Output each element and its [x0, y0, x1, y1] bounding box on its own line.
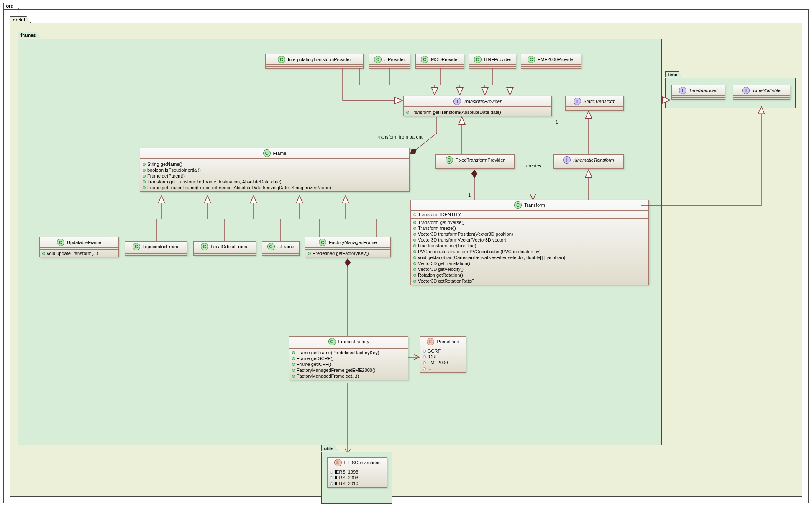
method: Vector3D getTranslation(): [418, 261, 470, 266]
method: Transform freeze(): [418, 226, 456, 231]
interface-time-shiftable: ITimeShiftable: [733, 85, 790, 100]
class-name: FramesFactory: [338, 339, 369, 344]
package-frames-tab: frames: [18, 32, 41, 38]
method: Line transformLine(Line line): [418, 243, 476, 248]
method: PVCoordinates transformPVCoordinates(PVC…: [418, 249, 540, 254]
class-name: MODProvider: [431, 57, 459, 62]
class-icon: C: [133, 243, 140, 250]
class-name: LocalOrbitalFrame: [211, 244, 248, 249]
class-frame: CFrame String getName() boolean isPseudo…: [140, 148, 410, 192]
enum-value: IERS_1996: [335, 469, 358, 474]
class-icon: C: [319, 239, 326, 246]
class-factory-managed-frame: CFactoryManagedFrame Predefined getFacto…: [305, 237, 391, 257]
method: Vector3D transformPosition(Vector3D posi…: [418, 232, 513, 237]
enum-value: ...: [428, 366, 431, 371]
label-creates: creates: [526, 163, 541, 168]
package-utils-tab: utils: [321, 445, 339, 451]
method: Vector3D getRotationRate(): [418, 278, 474, 283]
class-ellipsis-provider: C...Provider: [369, 54, 410, 69]
enum-iers-conventions: EIERSConventions IERS_1996 IERS_2003 IER…: [327, 457, 387, 488]
enum-predefined: EPredefined GCRF ICRF EME2000 ...: [420, 336, 466, 373]
method: FactoryManagedFrame getEME2000(): [297, 368, 375, 373]
class-updatable-frame: CUpdatableFrame void updateTransform(...…: [39, 237, 119, 257]
method: boolean isPseudoInertial(): [147, 167, 201, 172]
class-interpolating-transform-provider: CInterpolatingTransformProvider: [265, 54, 364, 69]
label-multiplicity-1: 1: [556, 119, 558, 124]
package-utils: utils EIERSConventions IERS_1996 IERS_20…: [321, 452, 392, 504]
label-multiplicity-1: 1: [468, 193, 471, 198]
field: Transform IDENTITY: [418, 212, 461, 217]
method: Transform getTransformTo(Frame destinati…: [147, 179, 282, 184]
method: void updateTransform(...): [47, 251, 98, 256]
class-name: Transform: [524, 203, 545, 208]
class-icon: C: [474, 56, 482, 63]
class-local-orbital-frame: CLocalOrbitalFrame: [193, 241, 256, 256]
method: Vector3D getVelocity(): [418, 267, 464, 272]
class-name: ...Provider: [384, 57, 405, 62]
class-name: UpdatableFrame: [67, 240, 101, 245]
class-name: FactoryManagedFrame: [329, 240, 377, 245]
package-time-tab: time: [665, 71, 683, 77]
interface-kinematic-transform: IKinematicTransform: [553, 154, 624, 169]
class-name: ITRFProvider: [484, 57, 511, 62]
class-icon: C: [57, 239, 64, 246]
method: Vector3D transformVector(Vector3D vector…: [418, 237, 507, 242]
method: FactoryManagedFrame get...(): [297, 373, 359, 378]
interface-name: KinematicTransform: [573, 157, 614, 162]
method: Rotation getRotation(): [418, 273, 463, 278]
class-icon: C: [201, 243, 208, 250]
class-topocentric-frame: CTopocentricFrame: [125, 241, 187, 256]
class-mod-provider: CMODProvider: [415, 54, 464, 69]
method: Transform getTransform(AbsoluteDate date…: [411, 110, 501, 115]
enum-icon: E: [334, 459, 342, 466]
label-transform-from-parent: transform from parent: [378, 134, 423, 139]
interface-name: TimeShiftable: [752, 88, 780, 93]
class-name: EME2000Provider: [538, 57, 575, 62]
class-icon: C: [446, 156, 453, 164]
method: Frame getParent(): [147, 173, 185, 178]
enum-value: IERS_2003: [335, 475, 358, 480]
interface-icon: I: [453, 98, 461, 105]
package-frames: frames CInterpolatingTransformProvider C…: [18, 39, 662, 445]
class-icon: C: [263, 149, 271, 157]
interface-name: TimeStamped: [689, 88, 717, 93]
enum-value: EME2000: [428, 360, 448, 365]
method: void getJacobian(CartesianDerivativesFil…: [418, 255, 565, 260]
class-icon: C: [278, 56, 285, 63]
enum-icon: E: [427, 338, 434, 345]
package-time: time ITimeStamped ITimeShiftable: [665, 78, 796, 108]
class-name: InterpolatingTransformProvider: [288, 57, 351, 62]
class-icon: C: [374, 56, 382, 63]
enum-value: ICRF: [428, 354, 438, 359]
enum-name: IERSConventions: [344, 460, 381, 465]
interface-icon: I: [563, 156, 571, 164]
method: Frame getFrozenFrame(Frame reference, Ab…: [147, 185, 331, 190]
class-icon: C: [267, 243, 275, 250]
class-icon: C: [421, 56, 428, 63]
class-icon: C: [514, 201, 522, 209]
method: Transform getInverse(): [418, 220, 464, 225]
method: String getName(): [147, 162, 182, 167]
interface-name: TransformProvider: [464, 99, 501, 104]
interface-icon: I: [742, 87, 750, 94]
method: Frame getFrame(Predefined factoryKey): [297, 350, 379, 355]
class-transform: CTransform Transform IDENTITY Transform …: [410, 200, 649, 285]
class-icon: C: [528, 56, 535, 63]
method: Frame getGCRF(): [297, 356, 334, 361]
interface-time-stamped: ITimeStamped: [671, 85, 725, 100]
package-orekit-tab: orekit: [10, 16, 31, 23]
enum-value: IERS_2010: [335, 481, 358, 486]
class-itrf-provider: CITRFProvider: [469, 54, 516, 69]
interface-transform-provider: ITransformProvider Transform getTransfor…: [403, 96, 552, 116]
package-org-tab: org: [3, 3, 19, 9]
class-icon: C: [328, 338, 336, 345]
class-name: ...Frame: [277, 244, 295, 249]
interface-icon: I: [574, 98, 581, 105]
class-name: TopocentricFrame: [143, 244, 179, 249]
class-name: FixedTransformProvider: [456, 157, 505, 162]
method: Predefined getFactoryKey(): [313, 251, 369, 256]
interface-name: StaticTransform: [584, 99, 616, 104]
enum-name: Predefined: [437, 339, 459, 344]
class-ellipsis-frame: C...Frame: [262, 241, 300, 256]
package-org: org orekit frames CInterpolatingTransfor…: [3, 9, 809, 503]
